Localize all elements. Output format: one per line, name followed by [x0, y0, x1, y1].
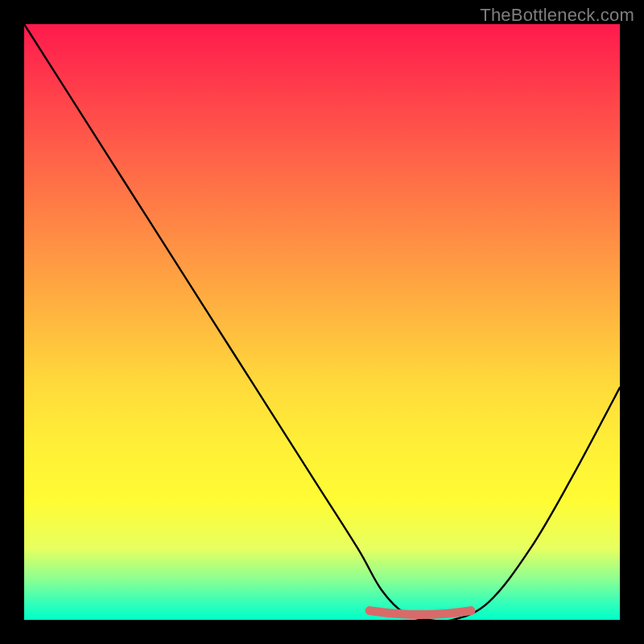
attribution-text: TheBottleneck.com [480, 5, 634, 26]
chart-frame: TheBottleneck.com [0, 0, 644, 644]
bottleneck-curve [24, 24, 620, 621]
chart-svg [24, 24, 620, 620]
optimal-range-marker [369, 611, 471, 615]
plot-area [24, 24, 620, 620]
